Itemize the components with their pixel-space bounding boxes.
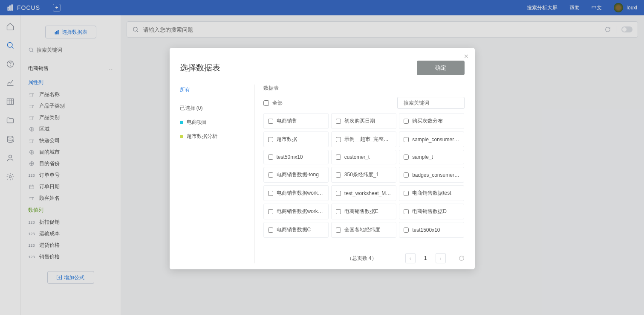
table-item[interactable]: test50mx10 xyxy=(263,150,329,164)
table-checkbox[interactable] xyxy=(268,119,273,124)
table-item[interactable]: badges_consumer_03 xyxy=(399,167,464,183)
select-table-modal: ✕ 选择数据表 确定 所有 已选择 (0) 电商项目超市数据分析 数据表 全部 xyxy=(170,48,475,269)
table-item[interactable]: 初次购买日期 xyxy=(331,113,396,129)
table-item[interactable]: 电商销售数据-tong xyxy=(263,167,329,183)
table-item[interactable]: 电商销售数据E xyxy=(331,204,396,219)
table-checkbox[interactable] xyxy=(336,155,341,160)
table-checkbox[interactable] xyxy=(336,119,341,124)
table-item[interactable]: 购买次数分布 xyxy=(399,113,464,129)
table-item[interactable]: customer_t xyxy=(331,150,396,164)
tables-label: 数据表 xyxy=(263,85,279,92)
table-item[interactable]: 电商销售数据worksheetB xyxy=(263,204,329,219)
table-checkbox[interactable] xyxy=(268,172,273,178)
page-number: 1 xyxy=(420,255,431,261)
table-checkbox[interactable] xyxy=(268,137,273,142)
next-page-button[interactable]: › xyxy=(436,253,446,263)
table-item[interactable]: 示例__超市_完整数据 xyxy=(331,131,396,147)
project-item[interactable]: 超市数据分析 xyxy=(180,133,249,140)
modal-title: 选择数据表 xyxy=(180,62,220,73)
table-item[interactable]: 350条经纬度_1 xyxy=(331,167,396,183)
selected-count: 已选择 (0) xyxy=(180,105,249,112)
select-all-checkbox[interactable] xyxy=(263,100,269,106)
project-item[interactable]: 电商项目 xyxy=(180,119,249,126)
refresh-icon[interactable] xyxy=(459,255,465,261)
table-checkbox[interactable] xyxy=(268,228,273,233)
table-item[interactable]: 电商销售数据worksheet xyxy=(263,185,329,201)
total-pages: （总页数 4） xyxy=(347,255,377,262)
table-item[interactable]: 电商销售数据test xyxy=(399,185,464,201)
modal-overlay[interactable]: ✕ 选择数据表 确定 所有 已选择 (0) 电商项目超市数据分析 数据表 全部 xyxy=(0,0,644,315)
pager: ‹ 1 › xyxy=(405,253,465,263)
table-item[interactable]: 电商销售数据D xyxy=(399,204,464,219)
table-checkbox[interactable] xyxy=(404,119,409,124)
dot-icon xyxy=(180,135,183,138)
modal-right-col: 数据表 全部 电商销售初次购买日期购买次数分布超市数据示例__超市_完整数据sa… xyxy=(255,85,465,263)
table-checkbox[interactable] xyxy=(268,209,273,214)
table-checkbox[interactable] xyxy=(268,155,273,160)
tab-all[interactable]: 所有 xyxy=(180,85,249,95)
select-all[interactable]: 全部 xyxy=(263,99,283,107)
table-checkbox[interactable] xyxy=(336,137,341,142)
table-item[interactable]: sample_consumer_01 xyxy=(399,131,464,147)
modal-left-col: 所有 已选择 (0) 电商项目超市数据分析 xyxy=(180,85,255,263)
table-checkbox[interactable] xyxy=(336,209,341,214)
table-item[interactable]: test_worksheet_Modify... xyxy=(331,185,396,201)
modal-search-input[interactable] xyxy=(404,100,468,106)
confirm-button[interactable]: 确定 xyxy=(417,61,465,75)
table-checkbox[interactable] xyxy=(336,172,341,178)
table-checkbox[interactable] xyxy=(404,155,409,160)
table-checkbox[interactable] xyxy=(336,228,341,233)
table-checkbox[interactable] xyxy=(404,137,409,142)
table-checkbox[interactable] xyxy=(268,191,273,196)
table-checkbox[interactable] xyxy=(404,228,409,233)
table-checkbox[interactable] xyxy=(336,191,341,196)
prev-page-button[interactable]: ‹ xyxy=(405,253,416,263)
dot-icon xyxy=(180,121,183,124)
table-item[interactable]: 电商销售数据C xyxy=(263,222,329,238)
table-item[interactable]: sample_t xyxy=(399,150,464,164)
tables-grid: 电商销售初次购买日期购买次数分布超市数据示例__超市_完整数据sample_co… xyxy=(263,113,465,238)
close-icon[interactable]: ✕ xyxy=(464,53,469,60)
table-item[interactable]: test1500x10 xyxy=(399,222,464,238)
table-checkbox[interactable] xyxy=(404,191,409,196)
table-checkbox[interactable] xyxy=(404,172,409,178)
modal-search[interactable] xyxy=(397,97,465,109)
table-item[interactable]: 超市数据 xyxy=(263,131,329,147)
table-item[interactable]: 全国各地经纬度 xyxy=(331,222,396,238)
table-checkbox[interactable] xyxy=(404,209,409,214)
table-item[interactable]: 电商销售 xyxy=(263,113,329,129)
